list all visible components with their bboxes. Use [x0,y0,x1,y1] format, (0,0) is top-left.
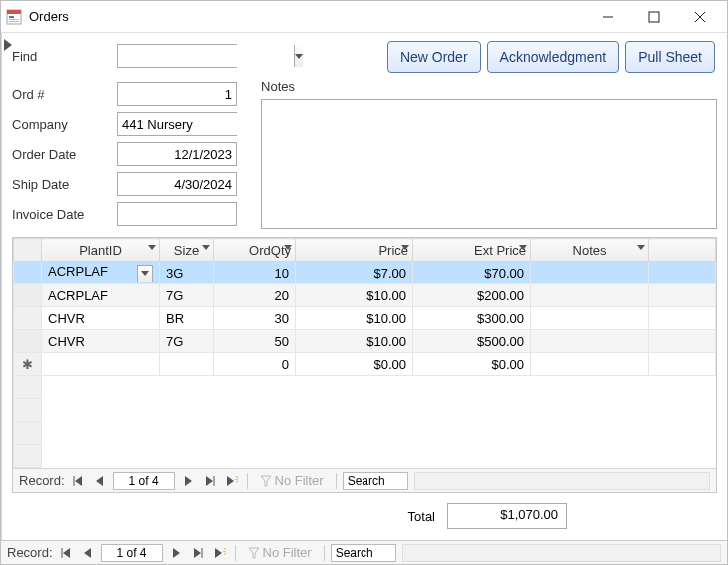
cell-price[interactable]: $10.00 [296,307,413,330]
window-title: Orders [29,9,69,24]
nav-prev-button[interactable] [79,544,97,562]
grid-header-row: PlantID Size OrdQty Price Ext Price Note… [14,239,716,262]
nav-new-button[interactable]: ✳ [223,472,241,490]
cell-ordqty[interactable]: 20 [214,284,296,307]
nav-scroll-track[interactable] [402,544,721,562]
svg-rect-4 [9,21,19,22]
cell-price[interactable]: $0.00 [296,353,413,376]
total-label: Total [408,509,435,524]
minimize-button[interactable] [585,2,631,32]
col-plantid[interactable]: PlantID [42,239,160,262]
cell-plantid[interactable] [42,353,160,376]
chevron-down-icon [148,245,156,250]
nav-first-button[interactable] [69,472,87,490]
new-row-selector[interactable]: ✱ [14,353,42,376]
col-extprice[interactable]: Ext Price [413,239,531,262]
table-row[interactable]: ACRPLAF 7G 20 $10.00 $200.00 [14,284,716,307]
nav-label: Record: [7,545,53,560]
cell-plantid[interactable]: CHVR [42,307,160,330]
nav-next-button[interactable] [167,544,185,562]
nav-prev-button[interactable] [91,472,109,490]
invoice-date-input[interactable] [117,202,237,226]
cell-price[interactable]: $10.00 [296,330,413,353]
row-selector[interactable] [14,284,42,307]
ord-input[interactable] [117,82,237,106]
cell-ordqty[interactable]: 50 [214,330,296,353]
nav-new-button[interactable]: ✳ [211,544,229,562]
nav-last-button[interactable] [189,544,207,562]
nav-search[interactable] [331,544,396,562]
nav-filter[interactable]: No Filter [254,473,330,488]
cell-ordqty[interactable]: 0 [214,353,296,376]
maximize-button[interactable] [631,2,677,32]
nav-first-button[interactable] [57,544,75,562]
pull-sheet-button[interactable]: Pull Sheet [625,41,715,73]
nav-last-button[interactable] [201,472,219,490]
form-icon [5,8,23,26]
form-nav: Record: ✳ No Filter [1,540,727,564]
table-row[interactable]: CHVR BR 30 $10.00 $300.00 [14,307,716,330]
cell-notes[interactable] [531,284,649,307]
cell-extprice[interactable]: $500.00 [413,330,531,353]
cell-plantid[interactable]: ACRPLAF [42,284,160,307]
cell-size[interactable]: 7G [160,284,214,307]
cell-extprice[interactable]: $70.00 [413,262,531,284]
col-spacer [649,239,716,262]
nav-next-button[interactable] [179,472,197,490]
cell-ordqty[interactable]: 30 [214,307,296,330]
select-all-header[interactable] [14,239,42,262]
table-row[interactable]: ACRPLAF 3G 10 $7.00 $70.00 [14,262,716,284]
row-selector[interactable] [14,262,42,284]
cell-price[interactable]: $10.00 [296,284,413,307]
nav-filter[interactable]: No Filter [242,545,318,560]
acknowledgment-button[interactable]: Acknowledgment [487,41,620,73]
cell-notes[interactable] [531,353,649,376]
nav-scroll-track[interactable] [414,472,710,490]
order-lines-grid: PlantID Size OrdQty Price Ext Price Note… [12,237,717,493]
table-row[interactable]: CHVR 7G 50 $10.00 $500.00 [14,330,716,353]
col-price[interactable]: Price [296,239,413,262]
chevron-down-icon [401,245,409,250]
svg-marker-13 [185,476,192,486]
notes-textarea[interactable] [261,99,717,229]
close-button[interactable] [677,2,723,32]
nav-search[interactable] [343,472,408,490]
company-combo[interactable] [117,112,237,136]
plantid-dropdown-button[interactable] [137,265,153,282]
col-ordqty[interactable]: OrdQty [214,239,296,262]
svg-rect-1 [7,10,21,14]
row-selector[interactable] [14,330,42,353]
new-order-button[interactable]: New Order [387,41,481,73]
cell-size[interactable]: BR [160,307,214,330]
nav-position[interactable] [101,544,163,562]
cell-extprice[interactable]: $0.00 [413,353,531,376]
cell-price[interactable]: $7.00 [296,262,413,284]
svg-marker-20 [63,548,70,558]
new-row[interactable]: ✱ 0 $0.00 $0.00 [14,353,716,376]
cell-extprice[interactable]: $200.00 [413,284,531,307]
nav-position[interactable] [113,472,175,490]
cell-notes[interactable] [531,330,649,353]
cell-ordqty[interactable]: 10 [214,262,296,284]
cell-size[interactable]: 7G [160,330,214,353]
cell-notes[interactable] [531,262,649,284]
cell-size[interactable]: 3G [160,262,214,284]
cell-plantid[interactable]: ACRPLAF [42,262,160,284]
col-size[interactable]: Size [160,239,214,262]
notes-label: Notes [261,79,717,99]
order-date-input[interactable] [117,142,237,166]
find-combo[interactable] [117,44,237,68]
cell-notes[interactable] [531,307,649,330]
subform-nav: Record: ✳ No Filter [13,468,716,492]
ship-date-input[interactable] [117,172,237,196]
cell-extprice[interactable]: $300.00 [413,307,531,330]
svg-marker-25 [215,548,222,558]
col-notes[interactable]: Notes [531,239,649,262]
cell-plantid[interactable]: CHVR [42,330,160,353]
filter-icon [260,475,272,487]
chevron-down-icon [519,245,527,250]
find-label: Find [12,49,117,64]
row-selector[interactable] [14,307,42,330]
svg-marker-14 [206,476,213,486]
cell-size[interactable] [160,353,214,376]
